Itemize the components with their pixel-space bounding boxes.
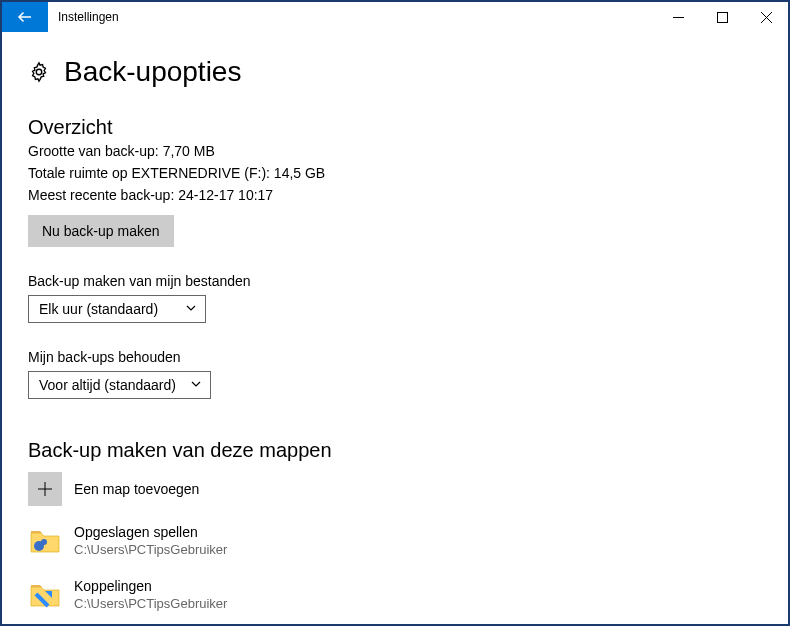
back-button[interactable] [2,2,48,32]
backup-now-button[interactable]: Nu back-up maken [28,215,174,247]
close-icon [761,12,772,23]
folder-path: C:\Users\PCTipsGebruiker [74,596,227,612]
page-header: Back-upopties [2,32,788,98]
folder-name: Opgeslagen spellen [74,524,227,542]
total-space-line: Totale ruimte op EXTERNEDRIVE (F:): 14,5… [28,165,762,181]
maximize-icon [717,12,728,23]
maximize-button[interactable] [700,2,744,32]
folders-heading: Back-up maken van deze mappen [28,439,762,462]
backup-frequency-label: Back-up maken van mijn bestanden [28,273,762,289]
close-button[interactable] [744,2,788,32]
folder-path: C:\Users\PCTipsGebruiker [74,542,227,558]
svg-rect-2 [717,12,727,22]
folder-text: Koppelingen C:\Users\PCTipsGebruiker [74,578,227,612]
gear-icon [28,61,50,83]
folder-name: Koppelingen [74,578,227,596]
folder-icon [28,578,62,612]
folder-item[interactable]: Opgeslagen spellen C:\Users\PCTipsGebrui… [28,524,762,558]
retention-value: Voor altijd (standaard) [39,377,176,393]
folder-icon [28,524,62,558]
backup-frequency-dropdown[interactable]: Elk uur (standaard) [28,295,206,323]
chevron-down-icon [190,377,202,393]
title-bar: Instellingen [2,2,788,32]
svg-point-9 [41,539,47,545]
minimize-button[interactable] [656,2,700,32]
backup-frequency-value: Elk uur (standaard) [39,301,158,317]
window-controls [656,2,788,32]
backup-size-line: Grootte van back-up: 7,70 MB [28,143,762,159]
svg-point-5 [36,69,42,75]
plus-icon [28,472,62,506]
retention-label: Mijn back-ups behouden [28,349,762,365]
add-folder-button[interactable]: Een map toevoegen [28,472,762,506]
last-backup-line: Meest recente back-up: 24-12-17 10:17 [28,187,762,203]
retention-dropdown[interactable]: Voor altijd (standaard) [28,371,211,399]
folder-item[interactable]: Koppelingen C:\Users\PCTipsGebruiker [28,578,762,612]
overview-heading: Overzicht [28,116,762,139]
folder-text: Opgeslagen spellen C:\Users\PCTipsGebrui… [74,524,227,558]
back-arrow-icon [16,8,34,26]
add-folder-label: Een map toevoegen [74,481,199,497]
window-title: Instellingen [48,2,656,32]
chevron-down-icon [185,301,197,317]
page-title: Back-upopties [64,56,241,88]
content-area: Overzicht Grootte van back-up: 7,70 MB T… [2,98,788,612]
minimize-icon [673,12,684,23]
